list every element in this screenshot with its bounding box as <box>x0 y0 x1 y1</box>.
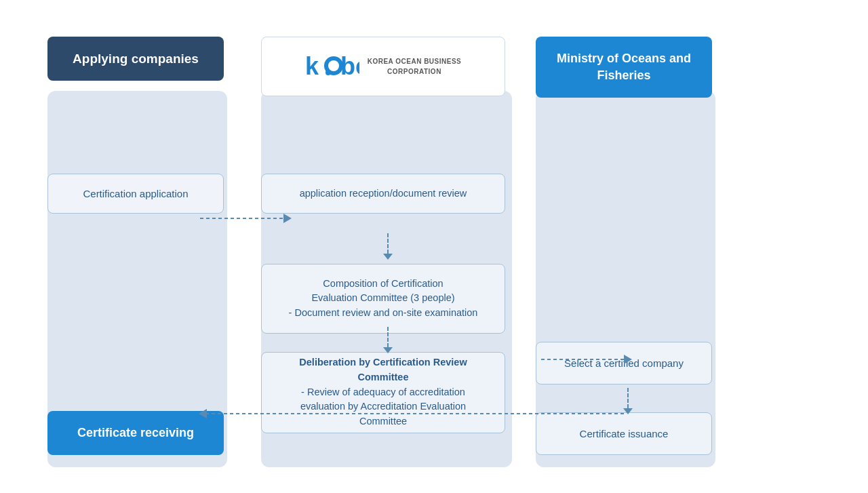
svg-text:bc: bc <box>340 52 359 80</box>
applying-companies-box: Applying companies <box>47 37 224 81</box>
ministry-box: Ministry of Oceans and Fisheries <box>536 37 712 98</box>
kobc-logo-box: k bc KOREA OCEAN BUSINESS CORPORATION <box>261 37 505 96</box>
composition-box: Composition of Certification Evaluation … <box>261 264 505 334</box>
kobc-subtitle: KOREA OCEAN BUSINESS CORPORATION <box>368 56 462 77</box>
logo-container: k bc KOREA OCEAN BUSINESS CORPORATION <box>305 51 462 81</box>
certificate-issuance-box: Certificate issuance <box>536 412 712 455</box>
left-column: Applying companies Certification applica… <box>41 37 244 471</box>
certification-application-box: Certification application <box>47 174 224 214</box>
svg-point-9 <box>326 70 331 75</box>
kobc-svg-icon: k bc <box>305 51 359 81</box>
app-reception-box: application reception/document review <box>261 174 505 214</box>
arrow-down-1 <box>383 233 393 260</box>
deliberation-box: Deliberation by Certification Review Com… <box>261 352 505 433</box>
middle-column: k bc KOREA OCEAN BUSINESS CORPORATION <box>251 37 522 471</box>
svg-point-8 <box>328 60 339 71</box>
arrow-down-2 <box>383 327 393 353</box>
select-certified-box: Select a certified company <box>536 342 712 384</box>
kobc-logo-mark: k bc <box>305 51 359 81</box>
certificate-receiving-box: Certificate receiving <box>47 411 224 455</box>
svg-text:k: k <box>305 52 319 80</box>
arrow-down-3 <box>623 388 633 414</box>
diagram-layout: Applying companies Certification applica… <box>27 16 841 477</box>
right-column: Ministry of Oceans and Fisheries Select … <box>529 37 732 471</box>
